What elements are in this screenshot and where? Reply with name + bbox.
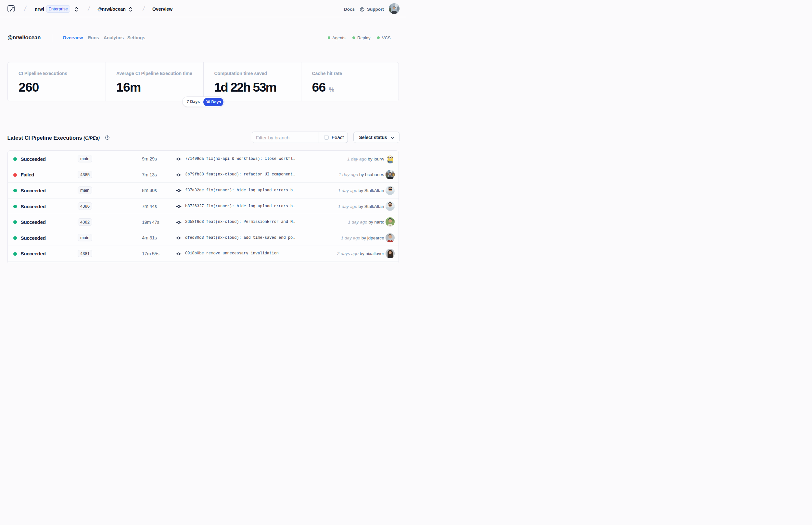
svg-text:?: ? [107, 136, 108, 139]
